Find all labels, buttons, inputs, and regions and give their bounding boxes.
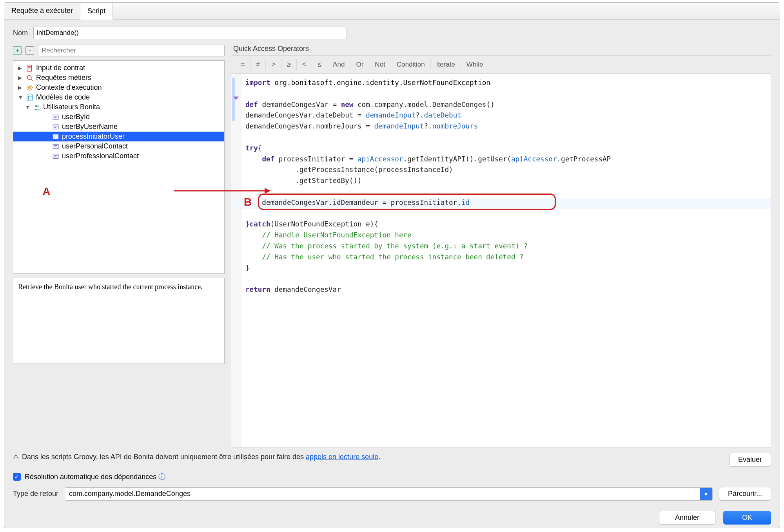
- script-dialog: Requête à exécuter Script Nom ＋ － ▶: [4, 2, 780, 528]
- tree-item-processInitiatorUser[interactable]: processInitiatorUser: [13, 132, 224, 141]
- op-neq[interactable]: ≠: [251, 59, 266, 70]
- tree-item-userPersonalContact[interactable]: userPersonalContact: [13, 141, 224, 151]
- users-icon: [33, 104, 41, 111]
- quick-access-title: Quick Access Operators: [231, 45, 771, 55]
- op-gt[interactable]: >: [266, 59, 281, 70]
- op-or[interactable]: Or: [350, 59, 369, 70]
- tree-item-userProfessionalContact[interactable]: userProfessionalContact: [13, 151, 224, 161]
- operators-bar: = ≠ > ≥ < ≤ And Or Not Condition Iterate…: [231, 55, 771, 74]
- snippet-icon: [52, 123, 60, 130]
- op-condition[interactable]: Condition: [391, 59, 431, 70]
- svg-line-11: [27, 85, 28, 86]
- code-templates-tree[interactable]: ▶ Input de contrat ▶ Requêtes métiers: [13, 60, 225, 274]
- browse-button[interactable]: Parcourir...: [719, 487, 771, 501]
- svg-rect-26: [53, 134, 58, 139]
- svg-marker-35: [233, 97, 239, 100]
- editor-gutter: [231, 74, 241, 447]
- annotation-b: B: [244, 196, 252, 208]
- template-icon: [26, 94, 34, 101]
- chevron-down-icon[interactable]: ▼: [700, 488, 712, 500]
- svg-point-6: [29, 86, 31, 89]
- code-editor[interactable]: import org.bonitasoft.engine.identity.Us…: [231, 74, 771, 447]
- tree-label: userByUserName: [62, 123, 118, 131]
- annotation-b-circle: [258, 194, 556, 210]
- svg-marker-37: [265, 188, 271, 194]
- query-icon: [26, 74, 34, 81]
- tree-label: userPersonalContact: [62, 142, 128, 150]
- svg-line-13: [27, 89, 28, 90]
- op-lt[interactable]: <: [297, 59, 312, 70]
- annotation-arrow: [174, 187, 272, 195]
- search-input[interactable]: [38, 45, 225, 56]
- tab-requete[interactable]: Requête à exécuter: [4, 3, 80, 19]
- return-type-value: com.company.model.DemandeConges: [65, 490, 700, 498]
- ok-button[interactable]: OK: [723, 511, 771, 525]
- op-and[interactable]: And: [327, 59, 350, 70]
- svg-point-18: [35, 105, 37, 107]
- op-eq[interactable]: =: [235, 59, 251, 70]
- nom-input[interactable]: [33, 27, 347, 39]
- auto-deps-checkbox[interactable]: ✓: [13, 473, 21, 481]
- svg-point-4: [27, 75, 31, 79]
- tree-modeles[interactable]: ▼ Modèles de code: [13, 92, 224, 102]
- tab-bar: Requête à exécuter Script: [4, 3, 780, 20]
- info-icon: ⓘ: [158, 473, 165, 481]
- snippet-icon: [52, 143, 60, 150]
- tree-label: Input de contrat: [36, 64, 85, 72]
- readonly-link[interactable]: appels en lecture seule: [306, 453, 378, 461]
- svg-rect-20: [53, 115, 58, 119]
- snippet-icon: [52, 114, 60, 121]
- tree-input-contrat[interactable]: ▶ Input de contrat: [13, 63, 224, 73]
- tree-label: Contexte d'exécution: [36, 83, 102, 92]
- tree-requetes[interactable]: ▶ Requêtes métiers: [13, 73, 224, 83]
- document-icon: [26, 65, 34, 72]
- return-type-label: Type de retour: [13, 490, 58, 498]
- tree-label: Requêtes métiers: [36, 74, 91, 82]
- op-lte[interactable]: ≤: [312, 59, 327, 70]
- op-not[interactable]: Not: [369, 59, 391, 70]
- description-box: Retrieve the Bonita user who started the…: [13, 278, 225, 364]
- tree-utilisateurs[interactable]: ▼ Utilisateurs Bonita: [13, 102, 224, 112]
- tree-label: userById: [62, 113, 90, 121]
- svg-line-5: [31, 79, 33, 80]
- cancel-button[interactable]: Annuler: [659, 511, 715, 525]
- svg-line-12: [31, 89, 32, 90]
- snippet-icon: [52, 153, 60, 160]
- svg-rect-32: [53, 154, 58, 158]
- tree-label: Modèles de code: [36, 93, 90, 101]
- tree-label: userProfessionalContact: [62, 152, 139, 160]
- tab-script[interactable]: Script: [80, 3, 113, 20]
- svg-rect-29: [53, 144, 58, 148]
- svg-rect-15: [27, 95, 33, 100]
- op-iterate[interactable]: Iterate: [431, 59, 461, 70]
- svg-rect-23: [53, 125, 58, 129]
- expand-all-icon[interactable]: ＋: [13, 46, 22, 55]
- evaluate-button[interactable]: Evaluer: [729, 453, 771, 467]
- nom-label: Nom: [13, 29, 28, 37]
- tree-item-userByUserName[interactable]: userByUserName: [13, 122, 224, 132]
- fold-marker-icon: [232, 95, 240, 102]
- collapse-all-icon[interactable]: －: [25, 46, 34, 55]
- auto-deps-label: Résolution automatique des dépendances ⓘ: [25, 472, 165, 481]
- warning-icon: ⚠: [13, 453, 19, 461]
- op-gte[interactable]: ≥: [281, 59, 297, 70]
- tree-contexte[interactable]: ▶ Contexte d'exécution: [13, 83, 224, 92]
- svg-point-19: [37, 105, 39, 107]
- tree-label: Utilisateurs Bonita: [43, 103, 100, 111]
- snippet-icon: [52, 133, 60, 140]
- annotation-a: A: [43, 185, 50, 197]
- gear-icon: [26, 84, 34, 91]
- warning-message: ⚠ Dans les scripts Groovy, les API de Bo…: [13, 453, 380, 461]
- tree-label: processInitiatorUser: [62, 132, 125, 141]
- svg-rect-0: [27, 65, 31, 71]
- op-while[interactable]: While: [461, 59, 489, 70]
- svg-line-14: [31, 85, 32, 86]
- tree-item-userById[interactable]: userById: [13, 112, 224, 122]
- return-type-select[interactable]: com.company.model.DemandeConges ▼: [65, 487, 713, 501]
